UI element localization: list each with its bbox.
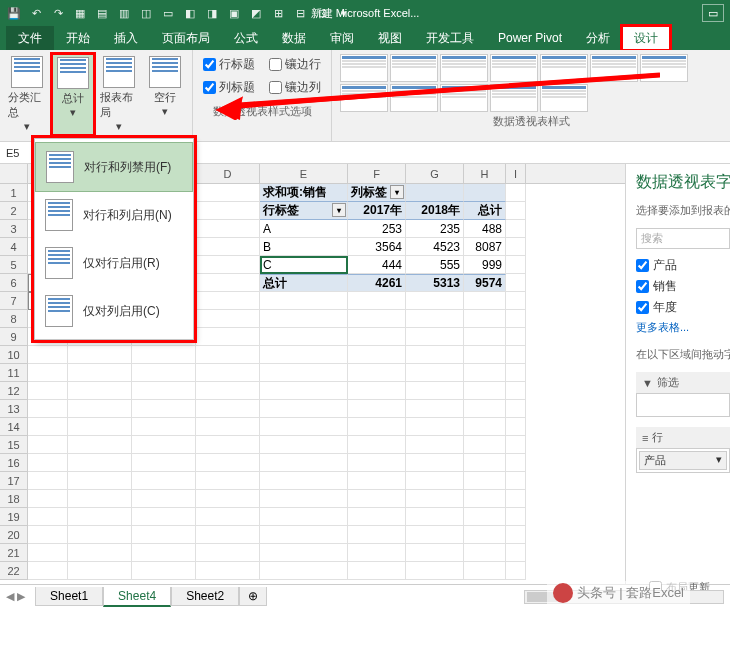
cell[interactable] — [506, 454, 526, 472]
row-header[interactable]: 10 — [0, 346, 28, 364]
tab-view[interactable]: 视图 — [366, 26, 414, 50]
blankrows-button[interactable]: 空行▾ — [144, 54, 186, 135]
cell[interactable] — [132, 436, 196, 454]
col-headers-checkbox[interactable]: 列标题 — [203, 79, 255, 96]
banded-rows-checkbox[interactable]: 镶边行 — [269, 56, 321, 73]
cell[interactable] — [506, 562, 526, 580]
cell[interactable] — [68, 454, 132, 472]
cell[interactable] — [260, 454, 348, 472]
cell[interactable] — [406, 184, 464, 202]
formula-input[interactable]: C — [126, 147, 730, 159]
subtotals-button[interactable]: 分类汇总▾ — [6, 54, 48, 135]
cell[interactable] — [406, 526, 464, 544]
cell[interactable] — [196, 472, 260, 490]
cell[interactable] — [506, 292, 526, 310]
cell[interactable] — [464, 562, 506, 580]
cell[interactable] — [260, 562, 348, 580]
cell[interactable] — [28, 562, 68, 580]
style-thumb[interactable] — [490, 84, 538, 112]
cell[interactable] — [28, 544, 68, 562]
cell[interactable] — [506, 418, 526, 436]
cell[interactable]: 253 — [348, 220, 406, 238]
row-header[interactable]: 22 — [0, 562, 28, 580]
cell[interactable] — [68, 472, 132, 490]
cell[interactable] — [132, 382, 196, 400]
cell[interactable]: 2017年 — [348, 202, 406, 220]
cell[interactable] — [506, 220, 526, 238]
cell[interactable] — [260, 418, 348, 436]
row-headers-checkbox[interactable]: 行标题 — [203, 56, 255, 73]
cell[interactable] — [28, 346, 68, 364]
style-thumb[interactable] — [390, 84, 438, 112]
cell[interactable] — [28, 508, 68, 526]
cell[interactable] — [406, 292, 464, 310]
cell[interactable] — [406, 310, 464, 328]
sheet-tab[interactable]: Sheet1 — [35, 587, 103, 606]
cell[interactable] — [196, 490, 260, 508]
row-header[interactable]: 7 — [0, 292, 28, 310]
cell[interactable] — [406, 364, 464, 382]
cell[interactable] — [68, 508, 132, 526]
cell[interactable] — [28, 418, 68, 436]
cell[interactable] — [196, 292, 260, 310]
cell[interactable] — [348, 346, 406, 364]
styles-gallery[interactable] — [340, 54, 722, 112]
tab-powerpivot[interactable]: Power Pivot — [486, 26, 574, 50]
cell[interactable]: 8087 — [464, 238, 506, 256]
cell[interactable] — [260, 526, 348, 544]
qat-icon[interactable]: ⊞ — [270, 5, 286, 21]
qat-icon[interactable]: ◨ — [204, 5, 220, 21]
tab-design[interactable]: 设计 — [622, 26, 670, 50]
cell[interactable] — [406, 328, 464, 346]
row-header[interactable]: 21 — [0, 544, 28, 562]
field-checkbox[interactable]: 产品 — [636, 257, 730, 274]
field-checkbox[interactable]: 销售 — [636, 278, 730, 295]
cell[interactable] — [464, 508, 506, 526]
cell[interactable] — [132, 400, 196, 418]
filter-dropdown-icon[interactable]: ▾ — [332, 203, 346, 217]
save-icon[interactable]: 💾 — [6, 5, 22, 21]
menu-disable-rc[interactable]: 对行和列禁用(F) — [35, 142, 193, 192]
tab-data[interactable]: 数据 — [270, 26, 318, 50]
cell[interactable] — [464, 310, 506, 328]
cell[interactable]: 列标签▾ — [348, 184, 406, 202]
cell[interactable] — [196, 436, 260, 454]
row-header[interactable]: 4 — [0, 238, 28, 256]
qat-icon[interactable]: ⊟ — [292, 5, 308, 21]
cell[interactable] — [506, 472, 526, 490]
cell[interactable] — [506, 202, 526, 220]
cell[interactable]: B — [260, 238, 348, 256]
qat-icon[interactable]: ▦ — [72, 5, 88, 21]
cell[interactable] — [406, 382, 464, 400]
cell[interactable] — [28, 526, 68, 544]
cell[interactable] — [260, 364, 348, 382]
cell[interactable] — [506, 256, 526, 274]
cell[interactable] — [132, 454, 196, 472]
cell[interactable] — [28, 472, 68, 490]
cell[interactable] — [132, 508, 196, 526]
cell[interactable] — [28, 490, 68, 508]
cell[interactable]: 3564 — [348, 238, 406, 256]
cell[interactable] — [260, 400, 348, 418]
cell[interactable] — [348, 544, 406, 562]
field-checkbox[interactable]: 年度 — [636, 299, 730, 316]
style-thumb[interactable] — [440, 84, 488, 112]
cell[interactable] — [132, 418, 196, 436]
style-thumb[interactable] — [340, 54, 388, 82]
row-header[interactable]: 19 — [0, 508, 28, 526]
cell[interactable] — [506, 364, 526, 382]
cell[interactable] — [196, 382, 260, 400]
cell[interactable] — [506, 526, 526, 544]
cell[interactable] — [196, 454, 260, 472]
style-thumb[interactable] — [440, 54, 488, 82]
cell[interactable] — [406, 418, 464, 436]
cell[interactable] — [196, 400, 260, 418]
col-header[interactable]: G — [406, 164, 464, 183]
cell[interactable] — [132, 544, 196, 562]
cell[interactable] — [68, 544, 132, 562]
style-thumb[interactable] — [490, 54, 538, 82]
cell[interactable] — [68, 562, 132, 580]
sheet-tab[interactable]: Sheet2 — [171, 587, 239, 606]
style-thumb[interactable] — [390, 54, 438, 82]
cell[interactable] — [68, 364, 132, 382]
